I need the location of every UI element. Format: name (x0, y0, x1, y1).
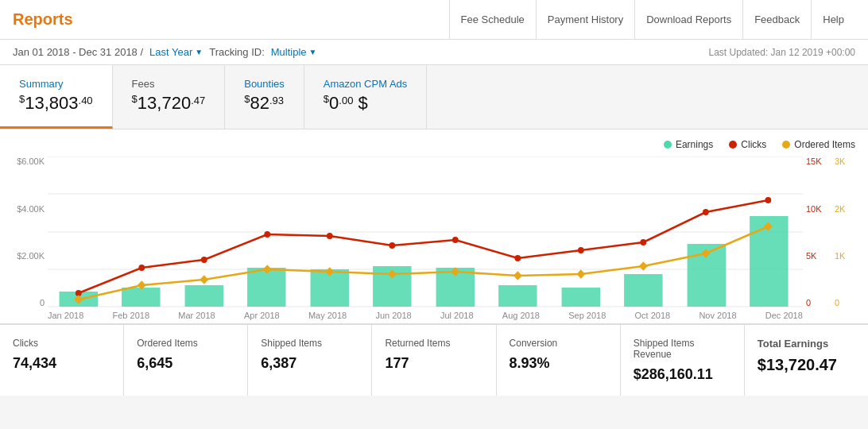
tab-summary-label: Summary (19, 78, 93, 90)
last-updated: Last Updated: Jan 12 2019 +00:00 (709, 47, 855, 58)
nav-links: Fee Schedule Payment History Download Re… (449, 0, 855, 40)
stat-conversion: Conversion 8.93% (497, 325, 621, 396)
svg-rect-36 (513, 272, 522, 280)
stat-shipped-items-value: 6,387 (261, 355, 358, 372)
tab-summary[interactable]: Summary $13,803.40 (0, 65, 113, 129)
y-left-0: 0 (13, 298, 45, 307)
y-right-10k: 10K (806, 204, 833, 214)
y-axis-right-items: 3K 2K 1K 0 (833, 157, 855, 323)
tracking-arrow-icon: ▼ (309, 48, 317, 56)
stat-clicks-label: Clicks (13, 338, 110, 349)
stat-total-earnings: Total Earnings $13,720.47 (745, 325, 868, 396)
svg-rect-6 (122, 288, 160, 307)
chart-area: Earnings Clicks Ordered Items $6.00K $4.… (0, 129, 868, 324)
x-axis-labels: Jan 2018 Feb 2018 Mar 2018 Apr 2018 May … (48, 307, 803, 323)
tracking-label: Tracking ID: (209, 46, 265, 58)
y-right-0: 0 (806, 298, 833, 307)
legend-ordered-items-label: Ordered Items (794, 139, 855, 150)
stat-shipped-revenue: Shipped Items Revenue $286,160.11 (621, 325, 745, 396)
svg-point-21 (327, 233, 333, 239)
x-apr: Apr 2018 (244, 311, 280, 320)
y-right-1k: 1K (835, 251, 855, 261)
svg-rect-37 (576, 270, 585, 279)
tab-bounties-label: Bounties (244, 78, 285, 90)
x-jan: Jan 2018 (48, 311, 83, 320)
stat-shipped-revenue-label: Shipped Items Revenue (634, 338, 731, 360)
svg-point-19 (201, 257, 207, 263)
x-mar: Mar 2018 (178, 311, 215, 320)
tab-amazon-cpm[interactable]: Amazon CPM Ads $0.00 $ (304, 65, 428, 129)
stat-clicks-value: 74,434 (13, 355, 110, 372)
tab-fees[interactable]: Fees $13,720.47 (113, 65, 226, 129)
svg-rect-31 (200, 276, 208, 284)
svg-point-23 (452, 237, 459, 243)
top-nav: Reports Fee Schedule Payment History Dow… (0, 0, 868, 40)
x-sep: Sep 2018 (568, 311, 606, 320)
y-right-3k: 3K (835, 157, 855, 166)
stat-total-earnings-label: Total Earnings (758, 338, 855, 350)
svg-point-18 (138, 265, 145, 271)
x-dec: Dec 2018 (765, 311, 803, 320)
tracking-selector[interactable]: Multiple ▼ (271, 46, 317, 58)
period-arrow-icon: ▼ (195, 48, 203, 56)
tab-fees-label: Fees (132, 78, 206, 90)
y-right-15k: 15K (806, 157, 833, 166)
y-axis-left: $6.00K $4.00K $2.00K 0 (13, 157, 48, 323)
nav-payment-history[interactable]: Payment History (536, 0, 634, 40)
stat-shipped-revenue-value: $286,160.11 (634, 366, 731, 383)
period-selector[interactable]: Last Year ▼ (149, 46, 203, 58)
stat-shipped-items-label: Shipped Items (261, 338, 358, 349)
svg-point-25 (578, 247, 584, 253)
svg-rect-13 (562, 288, 600, 307)
chart-legend: Earnings Clicks Ordered Items (13, 139, 855, 150)
legend-clicks-label: Clicks (741, 139, 766, 150)
stat-returned-items: Returned Items 177 (372, 325, 496, 396)
y-left-6k: $6.00K (13, 157, 45, 166)
svg-point-28 (765, 197, 772, 203)
stat-shipped-items: Shipped Items 6,387 (248, 325, 372, 396)
svg-rect-14 (624, 274, 662, 307)
y-left-2k: $2.00K (13, 251, 45, 261)
stat-ordered-items-value: 6,645 (137, 355, 234, 372)
subheader-left: Jan 01 2018 - Dec 31 2018 / Last Year ▼ … (13, 46, 316, 58)
tracking-value: Multiple (271, 46, 307, 58)
svg-point-26 (640, 239, 646, 245)
legend-clicks: Clicks (729, 139, 766, 150)
stat-returned-items-label: Returned Items (385, 338, 482, 349)
period-label: Last Year (149, 46, 192, 58)
tab-amazon-cpm-label: Amazon CPM Ads (324, 78, 408, 90)
nav-help[interactable]: Help (811, 0, 855, 40)
earnings-dot-icon (664, 141, 672, 149)
tab-summary-value: $13,803.40 (19, 93, 93, 114)
stat-returned-items-value: 177 (385, 355, 482, 372)
stat-ordered-items: Ordered Items 6,645 (124, 325, 248, 396)
legend-earnings-label: Earnings (676, 139, 713, 150)
tab-bounties-value: $82.93 (244, 93, 285, 114)
y-right-items-0: 0 (835, 298, 855, 307)
subheader: Jan 01 2018 - Dec 31 2018 / Last Year ▼ … (0, 40, 868, 65)
svg-point-24 (514, 255, 521, 261)
y-axis-right-clicks: 15K 10K 5K 0 (803, 157, 833, 323)
stat-conversion-label: Conversion (510, 338, 607, 349)
chart-container: Jan 2018 Feb 2018 Mar 2018 Apr 2018 May … (48, 157, 803, 323)
app-title: Reports (13, 10, 449, 29)
nav-download-reports[interactable]: Download Reports (634, 0, 742, 40)
nav-feedback[interactable]: Feedback (742, 0, 811, 40)
svg-point-20 (264, 231, 270, 238)
clicks-dot-icon (729, 141, 737, 149)
x-may: May 2018 (308, 311, 347, 320)
legend-ordered-items: Ordered Items (782, 139, 855, 150)
x-nov: Nov 2018 (699, 311, 736, 320)
report-tabs: Summary $13,803.40 Fees $13,720.47 Bount… (0, 65, 868, 129)
x-oct: Oct 2018 (635, 311, 671, 320)
tab-amazon-cpm-value: $0.00 $ (324, 93, 408, 114)
y-left-4k: $4.00K (13, 204, 45, 214)
nav-fee-schedule[interactable]: Fee Schedule (449, 0, 536, 40)
tab-bounties[interactable]: Bounties $82.93 (225, 65, 304, 129)
stat-conversion-value: 8.93% (510, 355, 607, 372)
x-aug: Aug 2018 (502, 311, 540, 320)
svg-rect-7 (185, 285, 223, 307)
x-feb: Feb 2018 (113, 311, 149, 320)
legend-earnings: Earnings (664, 139, 713, 150)
x-jul: Jul 2018 (440, 311, 474, 320)
